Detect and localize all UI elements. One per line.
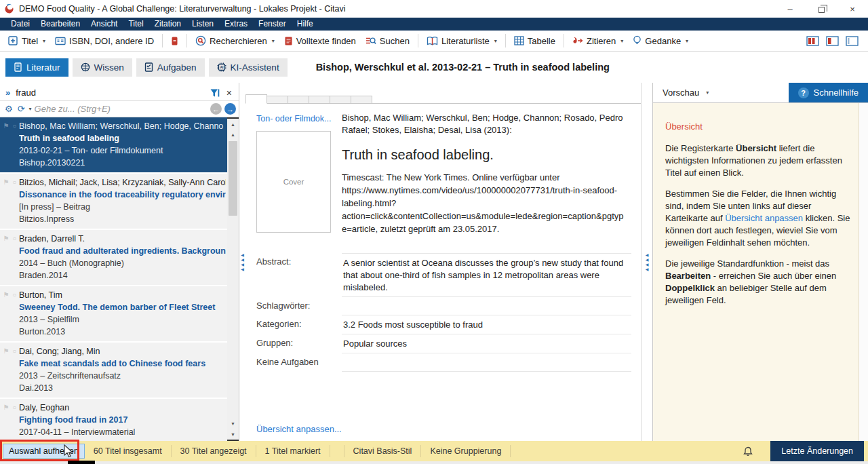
goto-input[interactable] xyxy=(35,104,208,114)
preview-dropdown[interactable]: Vorschau ▾ xyxy=(653,83,709,102)
scroll-jump-bottom-icon[interactable]: ▼ xyxy=(227,429,239,441)
back-icon[interactable]: ← xyxy=(210,103,222,115)
detail-tab-titel[interactable] xyxy=(267,96,288,104)
reference-title[interactable]: Truth in seafood labeling. xyxy=(342,147,627,163)
expand-chevrons-icon[interactable]: » xyxy=(3,88,13,98)
circle-icon: ○ xyxy=(12,178,17,186)
goto-row: ⚙ ⟳ ▾ ← → xyxy=(0,101,239,117)
tab-wissen[interactable]: Wissen xyxy=(73,58,132,77)
add-title-button[interactable]: Titel▾ xyxy=(4,34,50,48)
menu-item-fenster[interactable]: Fenster xyxy=(253,18,292,31)
list-item[interactable]: ⚑ ○ Daly, Eoghan Fighting food fraud in … xyxy=(0,399,227,441)
thought-button[interactable]: Gedanke▾ xyxy=(629,33,692,48)
pickup-button[interactable] xyxy=(167,34,182,48)
id-card-icon xyxy=(55,37,66,45)
list-item[interactable]: ⚑ ○ Dai, Cong; Jiang, Min Fake meat scan… xyxy=(0,343,227,398)
fulltext-button[interactable]: Volltexte finden xyxy=(280,34,360,48)
menu-item-titel[interactable]: Titel xyxy=(123,18,149,31)
last-changes-button[interactable]: Letzte Änderungen xyxy=(770,441,864,461)
menu-item-bearbeiten[interactable]: Bearbeiten xyxy=(35,18,85,31)
notifications-button[interactable] xyxy=(735,446,761,457)
scrollbar-thumb[interactable] xyxy=(229,141,237,216)
field-row[interactable]: Abstract: A senior scientist at Oceana d… xyxy=(256,253,631,297)
layout-one-column-icon[interactable] xyxy=(846,36,859,46)
forward-icon[interactable]: → xyxy=(224,103,236,115)
restore-button[interactable] xyxy=(806,0,837,18)
field-row[interactable]: Keine Aufgaben xyxy=(256,353,631,372)
search-button[interactable]: Suchen xyxy=(361,34,414,48)
detail-tab-übersicht[interactable] xyxy=(245,94,267,104)
help-paragraph: Die Registerkarte Übersicht liefert die … xyxy=(665,142,852,179)
research-button[interactable]: Recherchieren▾ xyxy=(191,33,279,48)
detail-tab-zusammenhang[interactable] xyxy=(309,96,330,104)
quote-icon xyxy=(572,36,583,45)
item-meta: [In press] – Beitrag xyxy=(19,201,226,213)
status-separator xyxy=(510,445,511,457)
list-item[interactable]: ⚑ ○ Bitzios, Michail; Jack, Lisa; Krzyza… xyxy=(0,174,227,229)
field-row[interactable]: Gruppen: Popular sources xyxy=(256,334,631,353)
clear-search-icon[interactable]: × xyxy=(222,88,236,98)
close-button[interactable]: × xyxy=(837,0,868,18)
isbn-doi-button[interactable]: ISBN, DOI, andere ID xyxy=(51,34,158,48)
field-value xyxy=(342,353,631,372)
status-citation-style[interactable]: Citavi Basis-Stil xyxy=(344,446,421,456)
item-title: Fake meat scandals add to Chinese food f… xyxy=(19,357,226,370)
layout-two-columns-icon[interactable] xyxy=(826,36,839,46)
scroll-down-icon[interactable]: ▼ xyxy=(227,418,239,429)
scroll-up-icon[interactable]: ▲ xyxy=(227,129,239,140)
field-row[interactable]: Schlagwörter: xyxy=(256,297,631,315)
search-input[interactable] xyxy=(16,88,207,98)
scroll-jump-top-icon[interactable]: ▲ xyxy=(227,117,239,129)
main-area: » × ⚙ ⟳ ▾ ← → ⚑ ○ Bishop, Mac William; W… xyxy=(0,83,868,441)
menu-item-datei[interactable]: Datei xyxy=(5,18,35,31)
left-splitter[interactable]: ◀◀◀◀ xyxy=(239,83,245,441)
circle-icon: ○ xyxy=(12,235,17,242)
menu-bar: DateiBearbeitenAnsichtTitelZitationListe… xyxy=(0,18,868,31)
customize-overview-link[interactable]: Übersicht anpassen... xyxy=(256,424,342,434)
caret-icon: ▾ xyxy=(494,38,497,44)
caret-icon[interactable]: ▾ xyxy=(29,106,32,112)
status-shown: 30 Titel angezeigt xyxy=(172,446,256,456)
menu-item-hilfe[interactable]: Hilfe xyxy=(292,18,319,31)
table-button[interactable]: Tabelle xyxy=(510,34,559,48)
list-scrollbar[interactable]: ▲ ▲ ▼ ▼ xyxy=(227,117,239,441)
cite-button[interactable]: Zitieren▾ xyxy=(568,34,627,48)
item-meta: 2013 – Zeitschriftenaufsatz xyxy=(19,370,226,382)
minimize-button[interactable]: – xyxy=(774,0,806,18)
overview-content: Ton- oder Filmdok... Cover Bishop, Mac W… xyxy=(245,104,641,441)
detail-tab-aufgaben-orte[interactable] xyxy=(351,96,372,104)
tab-literatur[interactable]: Literatur xyxy=(5,58,68,77)
literature-list-button[interactable]: Literaturliste▾ xyxy=(422,34,501,48)
detail-tab-inhalt[interactable] xyxy=(288,96,309,104)
item-id: Braden.2014 xyxy=(19,269,226,282)
sync-icon[interactable]: ⟳ xyxy=(18,104,25,114)
detail-panel: Ton- oder Filmdok... Cover Bishop, Mac W… xyxy=(245,83,642,441)
detail-tab-zitate-kommentare[interactable] xyxy=(330,96,351,104)
list-item[interactable]: ⚑ ○ Braden, Darrell T. Food fraud and ad… xyxy=(0,230,227,285)
citation-authors[interactable]: Bishop, Mac William; Werschkul, Ben; Hod… xyxy=(342,112,627,136)
gear-icon[interactable]: ⚙ xyxy=(3,104,15,114)
mouse-cursor-icon xyxy=(63,444,75,459)
menu-item-listen[interactable]: Listen xyxy=(186,18,219,31)
filter-icon[interactable] xyxy=(210,88,220,98)
selected-title-heading: Bishop, Werschkul et al. 2013-02-21 – Tr… xyxy=(316,62,610,73)
field-row[interactable]: Kategorien: 3.2 Foods most susceptible t… xyxy=(256,315,631,334)
menu-item-ansicht[interactable]: Ansicht xyxy=(85,18,123,31)
document-type-link[interactable]: Ton- oder Filmdok... xyxy=(256,114,331,123)
document-icon xyxy=(284,36,293,46)
help-inline-link[interactable]: Übersicht anpassen xyxy=(725,213,803,223)
layout-three-columns-icon[interactable] xyxy=(806,36,819,46)
reference-source[interactable]: Timescast: The New York Times. Online ve… xyxy=(342,171,627,235)
quick-help-body: Übersicht Die Registerkarte Übersicht li… xyxy=(653,103,868,441)
cover-placeholder[interactable]: Cover xyxy=(256,131,331,233)
list-item[interactable]: ⚑ ○ Burton, Tim Sweeney Todd. The demon … xyxy=(0,286,227,341)
tab-aufgaben[interactable]: Aufgaben xyxy=(136,58,205,77)
tab-ki-assistent[interactable]: AI KI-Assistent xyxy=(209,58,288,77)
right-splitter[interactable]: ◀◀◀◀ xyxy=(642,83,652,441)
list-item[interactable]: ⚑ ○ Bishop, Mac William; Werschkul, Ben;… xyxy=(0,117,227,172)
menu-item-extras[interactable]: Extras xyxy=(219,18,253,31)
menu-item-zitation[interactable]: Zitation xyxy=(149,18,186,31)
help-scrollbar[interactable] xyxy=(859,103,868,441)
status-grouping[interactable]: Keine Gruppierung xyxy=(421,446,510,456)
quick-help-button[interactable]: ? Schnellhilfe xyxy=(789,83,868,102)
